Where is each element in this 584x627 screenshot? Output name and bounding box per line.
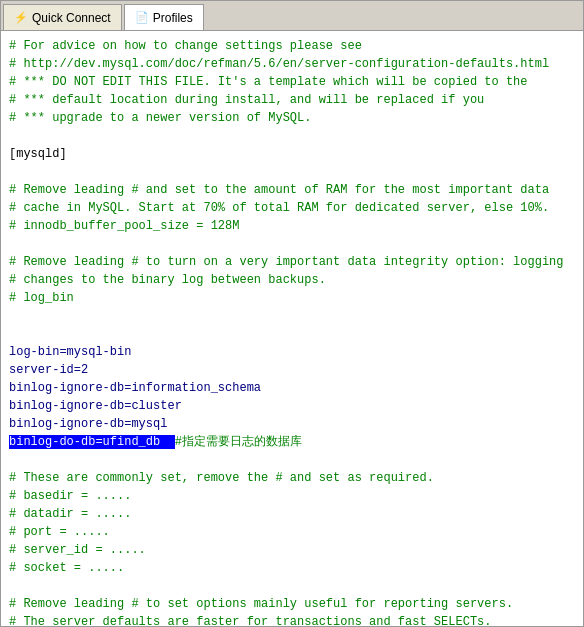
main-window: ⚡ Quick Connect 📄 Profiles # For advice … bbox=[0, 0, 584, 627]
profiles-icon: 📄 bbox=[135, 11, 149, 24]
tab-profiles-label: Profiles bbox=[153, 11, 193, 25]
tab-profiles[interactable]: 📄 Profiles bbox=[124, 4, 204, 30]
quick-connect-icon: ⚡ bbox=[14, 11, 28, 24]
editor-content[interactable]: # For advice on how to change settings p… bbox=[1, 31, 583, 626]
tab-quick-connect[interactable]: ⚡ Quick Connect bbox=[3, 4, 122, 30]
tab-bar: ⚡ Quick Connect 📄 Profiles bbox=[1, 1, 583, 31]
tab-quick-connect-label: Quick Connect bbox=[32, 11, 111, 25]
